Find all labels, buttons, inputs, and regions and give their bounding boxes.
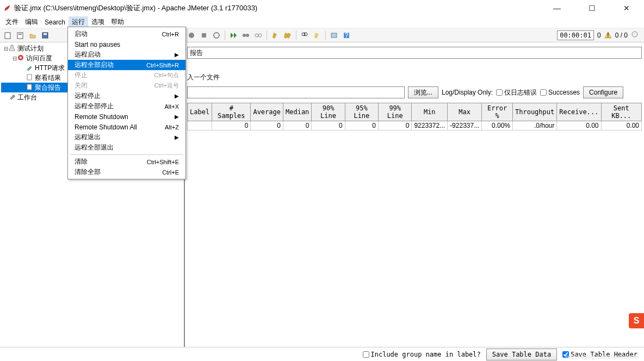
run-indicator-icon: [631, 30, 639, 40]
submenu-arrow-icon: ▶: [175, 134, 179, 140]
menu-item[interactable]: 远程全部退出: [68, 142, 185, 153]
toolbar-divider: [225, 30, 225, 40]
results-table[interactable]: Label# SamplesAverageMedian90% Line95% L…: [187, 103, 642, 130]
browse-button[interactable]: 浏览...: [408, 86, 438, 98]
filename-input[interactable]: [187, 86, 405, 98]
page-icon: [26, 84, 34, 91]
svg-rect-4: [44, 33, 47, 35]
page-icon: [26, 74, 34, 82]
minimize-button[interactable]: —: [546, 4, 568, 13]
menu-帮助[interactable]: 帮助: [108, 16, 127, 28]
search-icon[interactable]: [299, 30, 310, 41]
column-header[interactable]: 95% Line: [345, 103, 378, 121]
save-icon[interactable]: [40, 30, 51, 41]
column-header[interactable]: Median: [283, 103, 312, 121]
table-cell: 0: [251, 121, 283, 130]
template-icon[interactable]: [15, 30, 26, 41]
table-cell: 9223372...: [412, 121, 448, 130]
table-cell: .0/hour: [513, 121, 557, 130]
table-cell: 0: [212, 121, 251, 130]
run-menu-dropdown: 启动Ctrl+RStart no pauses远程启动▶远程全部启动Ctrl+S…: [67, 27, 186, 179]
gear-red-icon: [17, 54, 25, 62]
timer: 00:00:01: [557, 30, 594, 40]
toolbar-divider: [325, 30, 326, 40]
svg-point-11: [258, 34, 262, 37]
menu-item[interactable]: 远程停止▶: [68, 91, 185, 101]
name-input[interactable]: [187, 47, 642, 59]
shutdown-icon[interactable]: [211, 30, 222, 41]
menu-item[interactable]: Remote Shutdown▶: [68, 111, 185, 122]
menu-item[interactable]: 远程全部停止Alt+X: [68, 101, 185, 111]
sogou-ime-icon[interactable]: S: [629, 313, 644, 328]
tree-expand-icon[interactable]: ⊟: [12, 55, 17, 61]
flask-icon: [9, 45, 16, 52]
column-header[interactable]: Sent KB...: [601, 103, 642, 121]
function-helper-icon[interactable]: [329, 30, 339, 41]
menu-item[interactable]: 启动Ctrl+R: [68, 29, 185, 39]
menu-item: 停止Ctrl+句点: [68, 70, 185, 80]
warn-count: 0: [597, 32, 601, 39]
table-cell: 0.00%: [482, 121, 513, 130]
menu-编辑[interactable]: 编辑: [22, 16, 41, 28]
clear-all-icon[interactable]: [282, 30, 293, 41]
new-icon[interactable]: [2, 30, 13, 41]
warning-icon[interactable]: !: [604, 32, 612, 39]
clear-icon[interactable]: [270, 30, 281, 41]
svg-rect-0: [5, 33, 10, 39]
column-header[interactable]: # Samples: [212, 103, 251, 121]
menu-item[interactable]: 远程启动▶: [68, 49, 185, 60]
menu-item[interactable]: Remote Shutdown AllAlt+Z: [68, 122, 185, 132]
menu-separator: [70, 154, 183, 155]
close-button[interactable]: ✕: [616, 4, 637, 13]
menu-item[interactable]: Start no pauses: [68, 39, 185, 49]
maximize-button[interactable]: ☐: [581, 4, 603, 13]
column-header[interactable]: Max: [448, 103, 482, 121]
table-row[interactable]: 0000009223372...-922337...0.00%.0/hour0.…: [188, 121, 642, 130]
column-header[interactable]: 90% Line: [312, 103, 345, 121]
help-icon[interactable]: ?: [341, 30, 352, 41]
svg-point-7: [214, 33, 219, 38]
table-cell: 0.00: [557, 121, 601, 130]
column-header[interactable]: Average: [251, 103, 283, 121]
svg-point-13: [304, 33, 307, 36]
tree-expand-icon[interactable]: ⊟: [3, 46, 9, 52]
menu-item: 关闭Ctrl+逗号: [68, 80, 185, 91]
table-cell: [188, 121, 212, 130]
window-controls: — ☐ ✕: [546, 4, 641, 13]
remote-stop-icon[interactable]: [240, 30, 251, 41]
aggregate-report-panel: 入一个文件 浏览... Log/Display Only: 仅日志错误 Succ…: [185, 42, 644, 347]
menu-item[interactable]: 远程全部启动Ctrl+Shift+R: [68, 60, 185, 70]
column-header[interactable]: Receive...: [557, 103, 601, 121]
table-cell: -922337...: [448, 121, 482, 130]
save-table-data-button[interactable]: Save Table Data: [486, 348, 557, 360]
menu-item[interactable]: 清除Ctrl+Shift+E: [68, 157, 185, 167]
svg-point-9: [246, 34, 249, 37]
menu-search[interactable]: Search: [41, 17, 69, 27]
column-header[interactable]: 99% Line: [379, 103, 412, 121]
column-header[interactable]: Min: [412, 103, 448, 121]
column-header[interactable]: Throughput: [513, 103, 557, 121]
menu-item[interactable]: 清除全部Ctrl+E: [68, 167, 185, 177]
column-header[interactable]: Label: [188, 103, 212, 121]
table-cell: 0: [379, 121, 412, 130]
svg-point-10: [255, 34, 258, 37]
errors-only-checkbox[interactable]: 仅日志错误: [496, 88, 537, 97]
svg-text:?: ?: [345, 32, 349, 39]
include-group-checkbox[interactable]: Include group name in label?: [363, 351, 481, 358]
menu-运行[interactable]: 运行: [69, 16, 88, 28]
start-np-icon[interactable]: [186, 30, 197, 41]
successes-checkbox[interactable]: Successes: [540, 89, 580, 96]
remote-start-icon[interactable]: [228, 30, 239, 41]
stop-icon[interactable]: [199, 30, 209, 41]
configure-button[interactable]: Configure: [583, 86, 623, 98]
menu-选项[interactable]: 选项: [88, 16, 108, 28]
table-cell: 0.00: [601, 121, 642, 130]
table-cell: 0: [312, 121, 345, 130]
table-cell: 0: [345, 121, 378, 130]
open-icon[interactable]: [27, 30, 38, 41]
menu-文件[interactable]: 文件: [2, 16, 22, 28]
reset-search-icon[interactable]: [312, 30, 323, 41]
remote-shutdown-icon[interactable]: [253, 30, 264, 41]
menu-item[interactable]: 远程退出▶: [68, 132, 185, 142]
column-header[interactable]: Error %: [482, 103, 513, 121]
